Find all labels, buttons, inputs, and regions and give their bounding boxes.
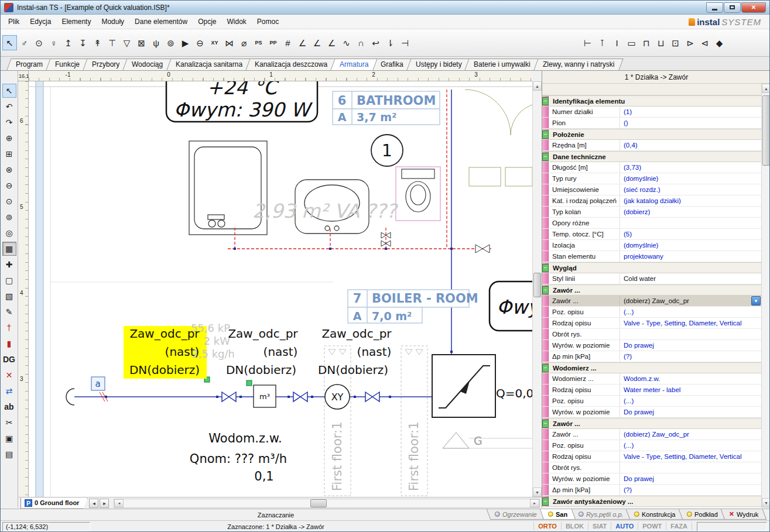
property-zawór[interactable]: Zawór ...(dobierz) Zaw_odc_pr▼ (542, 296, 761, 307)
bracket-close-icon[interactable]: ⊔ (653, 35, 668, 50)
property-value[interactable]: Cold water (620, 273, 761, 284)
property-value[interactable]: Do prawej (620, 407, 761, 417)
tab-zlewy-wanny-i-natryski[interactable]: Zlewy, wanny i natryski (534, 59, 624, 70)
collapse-icon[interactable]: − (542, 264, 549, 272)
node-circle[interactable]: 1 (371, 135, 403, 166)
menu-dane-elementów[interactable]: Dane elementów (129, 15, 193, 28)
property-typ-rury[interactable]: Typ rury(domyślnie) (542, 173, 761, 184)
section-zawór[interactable]: −Zawór ... (542, 284, 761, 296)
property-rodzaj-opisu[interactable]: Rodzaj opisuWater meter - label (542, 385, 761, 396)
bend-30-icon[interactable]: ∠ (295, 35, 310, 50)
property-value[interactable]: (sieć rozdz.) (620, 184, 761, 195)
column-icon[interactable]: I (610, 35, 624, 50)
property-value[interactable]: (5) (620, 229, 761, 239)
tab-wodociąg[interactable]: Wodociąg (123, 59, 172, 70)
dropdown-button[interactable]: ▼ (751, 296, 761, 306)
bend-60-icon[interactable]: ∠ (324, 35, 339, 50)
horizontal-scroll-thumb[interactable] (310, 499, 327, 507)
collapse-icon[interactable]: − (542, 497, 549, 506)
collapse-icon[interactable]: − (542, 97, 549, 105)
menu-edycja[interactable]: Edycja (25, 15, 56, 28)
tap-icon[interactable]: ♂ (17, 35, 32, 50)
property-wyrów-w-poziomie[interactable]: Wyrów. w poziomieDo prawej (542, 473, 761, 485)
layer-tab-konstrukcja[interactable]: Konstrukcja (626, 509, 684, 520)
canvas-vertical-scrollbar[interactable]: ▲ ▼ (532, 81, 542, 497)
property-value[interactable]: (...) (620, 440, 761, 451)
property-wyrów-w-poziomie[interactable]: Wyrów. w poziomieDo prawej (542, 340, 761, 351)
property-value[interactable]: (domyślnie) (620, 240, 761, 250)
property-temp-otocz-c[interactable]: Temp. otocz. [°C](5) (542, 229, 761, 240)
riser-down-icon[interactable]: ↧ (76, 35, 90, 50)
bracket-open-icon[interactable]: ⊓ (639, 35, 653, 50)
property-poz-opisu[interactable]: Poz. opisu(...) (542, 307, 761, 318)
property-value[interactable]: () (620, 118, 761, 128)
property-p-min-kpa[interactable]: Δp min [kPa](?) (542, 485, 761, 496)
shield-icon[interactable]: ◆ (712, 35, 727, 50)
zoom-extents-icon[interactable]: ◎ (2, 226, 16, 240)
tab-kanalizacja-deszczowa[interactable]: Kanalizacja deszczowa (245, 59, 336, 70)
scroll-left-icon[interactable]: ◂ (114, 499, 124, 507)
layer-tab-rys-pętli-o-p[interactable]: Rys.pętli o.p. (570, 509, 631, 520)
collapse-icon[interactable]: − (542, 153, 549, 161)
scroll-down-icon[interactable]: ▼ (533, 488, 542, 497)
undo-icon[interactable]: ↶ (2, 99, 16, 114)
reducer-left-icon[interactable]: ⊲ (697, 35, 712, 50)
arc-pipe-icon[interactable]: ∩ (354, 35, 368, 50)
pp-fitting-icon[interactable]: PP (266, 35, 280, 50)
toggle-auto[interactable]: AUTO (611, 522, 638, 530)
redo-icon[interactable]: ↷ (2, 115, 16, 129)
property-p-min-kpa[interactable]: Δp min [kPa](?) (542, 351, 761, 362)
select-rect-icon[interactable]: ▢ (2, 273, 16, 287)
pan-icon[interactable]: ✚ (2, 258, 16, 272)
zoom-window-icon[interactable]: ⊞ (2, 147, 16, 161)
ab-labels-icon[interactable]: ab (2, 400, 16, 414)
return-bend-icon[interactable]: ↩ (368, 35, 383, 50)
layer-tab-podkład[interactable]: Podkład (679, 509, 726, 520)
close-button[interactable]: ✕ (741, 2, 766, 13)
property-umiejscowienie[interactable]: Umiejscowienie(sieć rozdz.) (542, 184, 761, 195)
property-value[interactable]: Do prawej (620, 473, 761, 484)
section-wodomierz[interactable]: −Wodomierz ... (542, 362, 761, 373)
pipe-cap-icon[interactable]: ⊤ (105, 35, 119, 50)
section-wygląd[interactable]: −Wygląd (542, 262, 761, 273)
property-value[interactable]: Wodom.z.w. (620, 373, 761, 384)
panel-scroll-down-icon[interactable]: ▼ (762, 498, 770, 507)
valve-icon[interactable]: ⋈ (222, 35, 237, 50)
floor-tab-ground[interactable]: P 0 Ground floor (20, 498, 88, 509)
property-rzędna-m[interactable]: Rzędna [m](0,4) (542, 140, 761, 151)
zoom-previous-icon[interactable]: ⊚ (2, 210, 16, 224)
section-zawór-antyskażeniowy[interactable]: −Zawór antyskażeniowy ... (542, 496, 761, 507)
property-obrót-rys[interactable]: Obrót rys. (542, 329, 761, 340)
separator-icon[interactable]: # (280, 35, 295, 50)
tab-ustępy-i-bidety[interactable]: Ustępy i bidety (406, 59, 471, 70)
section-identyfikacja-elementu[interactable]: −Identyfikacja elementu (542, 95, 761, 107)
draw-pipe-icon[interactable]: ✎ (2, 305, 16, 319)
flex-pipe-icon[interactable]: ∿ (339, 35, 354, 50)
property-kat-i-rodzaj-połączeń[interactable]: Kat. i rodzaj połączeń(jak katalog dział… (542, 195, 761, 207)
collapse-icon[interactable]: − (542, 364, 549, 372)
ball-valve-icon[interactable]: ⊙ (32, 35, 46, 50)
toggle-powt[interactable]: POWT (638, 522, 666, 530)
xy-meter-icon[interactable]: XY (207, 35, 222, 50)
restore-button[interactable] (724, 2, 741, 13)
property-poz-opisu[interactable]: Poz. opisu(...) (542, 440, 761, 451)
menu-pomoc[interactable]: Pomoc (252, 15, 284, 28)
menu-plik[interactable]: Plik (3, 15, 25, 28)
riser-up-icon[interactable]: ↥ (61, 35, 76, 50)
tab-funkcje[interactable]: Funkcje (46, 59, 88, 70)
canvas-horizontal-scrollbar[interactable]: ◂ ▸ (114, 499, 540, 508)
property-value[interactable] (620, 218, 761, 228)
copy-icon[interactable]: ▣ (2, 431, 16, 445)
property-długość-m[interactable]: Długość [m](3,73) (542, 162, 761, 173)
tab-grafika[interactable]: Grafika (371, 59, 412, 70)
property-value[interactable]: (...) (620, 307, 761, 317)
layer-tab-wydruk[interactable]: ✕Wydruk (720, 509, 766, 520)
select-tool-icon[interactable]: ↖ (2, 84, 16, 98)
collapse-icon[interactable]: − (542, 286, 549, 294)
toggle-orto[interactable]: ORTO (534, 522, 562, 530)
property-obrót-rys[interactable]: Obrót rys. (542, 462, 761, 473)
panel-scroll-up-icon[interactable]: ▲ (762, 84, 770, 93)
zoom-100-icon[interactable]: ⊙ (2, 194, 16, 208)
property-value[interactable]: (0,4) (620, 140, 761, 150)
property-typ-kolan[interactable]: Typ kolan(dobierz) (542, 207, 761, 218)
